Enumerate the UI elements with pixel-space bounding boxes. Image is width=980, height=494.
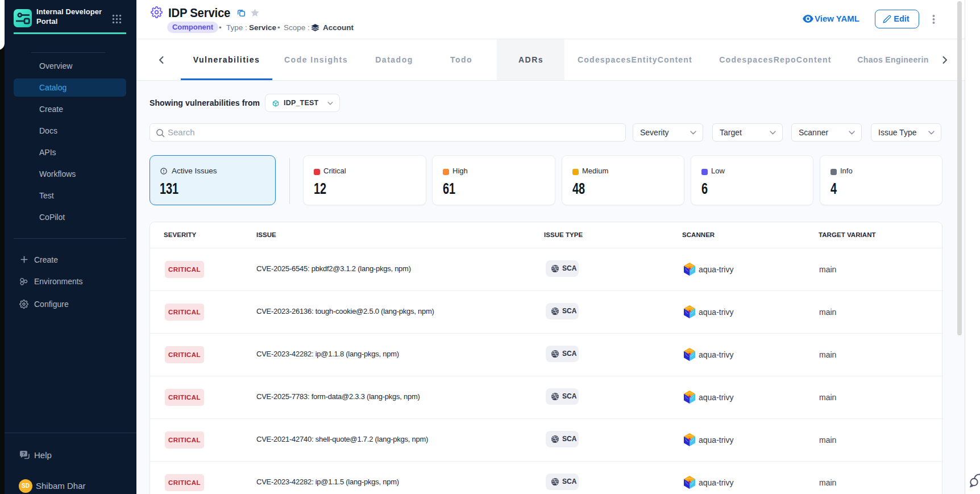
svg-text:?: ? — [22, 450, 26, 456]
